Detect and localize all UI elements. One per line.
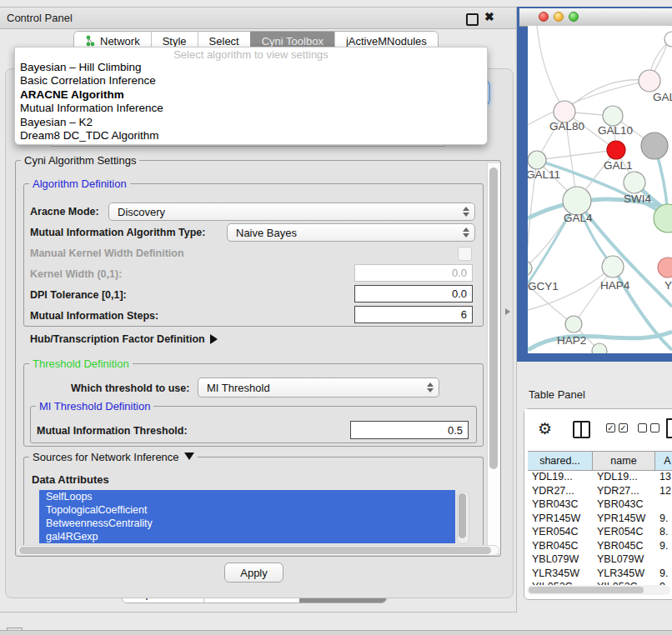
attribute-list-item[interactable]: gal4RGexp — [39, 530, 455, 543]
node-gal-partial[interactable] — [639, 70, 660, 92]
network-canvas[interactable]: GALGAL80GAL10GAL1GAL11SWI4GAL4GCY1HAP4YH… — [528, 26, 672, 353]
control-panel-titlebar: Control Panel ✖ — [0, 8, 516, 29]
table-row[interactable]: YBL079WYBL079W — [528, 552, 672, 567]
node-hap2[interactable] — [565, 316, 582, 332]
gear-icon[interactable]: ⚙ — [538, 419, 552, 438]
which-threshold-label: Which threshold to use: — [71, 382, 189, 394]
table-cell: YBR043C — [528, 498, 593, 512]
mi-steps-label: Mutual Information Steps: — [30, 310, 158, 322]
settings-horizontal-scrollbar[interactable] — [17, 545, 499, 556]
kernel-width-field[interactable]: 0.0 — [354, 264, 473, 282]
zoom-traffic-light-icon[interactable] — [569, 12, 579, 22]
mi-threshold-field[interactable]: 0.5 — [350, 421, 469, 439]
node-gal10[interactable] — [603, 106, 623, 126]
minimize-traffic-light-icon[interactable] — [554, 12, 564, 22]
algorithm-option[interactable]: Bayesian – K2 — [15, 116, 487, 129]
network-edge — [564, 80, 649, 112]
node-swi4[interactable] — [624, 172, 645, 193]
screen: Control Panel ✖ NetworkStyleSelectCyni T… — [0, 0, 672, 635]
algorithm-option[interactable]: Bayesian – Hill Climbing — [15, 61, 487, 74]
algorithm-popup-hint: Select algorithm to view settings — [15, 48, 487, 61]
aracne-mode-select[interactable]: Discovery — [108, 202, 475, 221]
table-row[interactable]: YBR043CYBR043C — [528, 498, 672, 512]
apply-button-label: Apply — [240, 567, 268, 579]
table-cell: 9. — [655, 512, 672, 526]
stepper-icon — [463, 207, 469, 217]
algorithm-option[interactable]: Mutual Information Inference — [15, 102, 487, 115]
table-cell: 8. — [655, 525, 672, 539]
table-cell: YDL19... — [528, 470, 593, 484]
hub-definition-toggle[interactable]: Hub/Transcription Factor Definition — [30, 333, 218, 345]
table-column-header[interactable]: A — [655, 452, 672, 470]
close-icon[interactable]: ✖ — [484, 10, 494, 23]
float-icon[interactable] — [466, 13, 479, 26]
table-cell: 13 — [655, 470, 672, 484]
table-cell: YDL19... — [593, 470, 655, 484]
table-header-row: shared...nameA — [528, 451, 672, 471]
algorithm-option[interactable]: ARACNE Algorithm — [15, 88, 487, 102]
apply-button[interactable]: Apply — [224, 562, 283, 582]
mi-type-select[interactable]: Naive Bayes — [227, 223, 475, 242]
tab-label: Network — [100, 35, 140, 48]
mi-type-label: Mutual Information Algorithm Type: — [30, 227, 205, 238]
table-column-header[interactable]: name — [593, 452, 655, 470]
node-salmon[interactable] — [658, 258, 672, 278]
tab-label: jActiveMNodules — [346, 35, 427, 48]
table-cell: YBR045C — [528, 539, 593, 553]
table-row[interactable]: YLR345WYLR345W9. — [528, 567, 672, 581]
attribute-list-item[interactable]: SelfLoops — [39, 490, 455, 503]
node-bottom-partial[interactable] — [592, 343, 607, 353]
node-gray[interactable] — [641, 132, 668, 159]
close-traffic-light-icon[interactable] — [539, 12, 549, 22]
table-row[interactable]: YBR045CYBR045C9. — [528, 539, 672, 553]
node-gcy1[interactable] — [528, 261, 532, 276]
dpi-tolerance-label: DPI Tolerance [0,1]: — [30, 289, 127, 301]
node-gal11[interactable] — [528, 151, 546, 169]
dpi-tolerance-field[interactable]: 0.0 — [354, 285, 473, 302]
mi-threshold-value: 0.5 — [448, 424, 463, 437]
node-hap4[interactable] — [602, 256, 624, 278]
manual-kernel-checkbox[interactable] — [458, 247, 472, 261]
bottom-window-edge — [0, 630, 672, 635]
node-salmon-label: Y — [664, 279, 672, 292]
network-window-titlebar[interactable] — [519, 8, 672, 27]
deselect-all-checks-icon[interactable] — [638, 423, 659, 432]
table-cell: YDR27... — [593, 484, 655, 498]
stepper-icon — [463, 228, 469, 238]
attribute-list-item[interactable]: TopologicalCoefficient — [39, 503, 455, 517]
mi-steps-field[interactable]: 6 — [354, 306, 473, 323]
sources-toggle[interactable]: Sources for Network Inference — [29, 451, 198, 463]
table-row[interactable]: YER054CYER054C8. — [528, 525, 672, 539]
node-gal10-label: GAL10 — [598, 124, 633, 137]
network-window[interactable]: GALGAL80GAL10GAL1GAL11SWI4GAL4GCY1HAP4YH… — [517, 7, 672, 362]
tab-label: Select — [209, 35, 239, 48]
expand-arrow-icon — [210, 334, 218, 344]
settings-vertical-scrollbar[interactable] — [487, 163, 500, 553]
select-all-checks-icon[interactable]: ✓✓ — [606, 423, 628, 432]
table-cell: 9. — [655, 567, 672, 581]
network-graph[interactable]: GALGAL80GAL10GAL1GAL11SWI4GAL4GCY1HAP4YH… — [528, 26, 672, 353]
attribute-list-scrollbar[interactable] — [457, 491, 469, 544]
which-threshold-select[interactable]: MI Threshold — [198, 378, 439, 398]
table-column-header[interactable]: shared... — [528, 452, 593, 470]
new-table-icon[interactable] — [666, 418, 672, 438]
table-row[interactable]: YPR145WYPR145W9. — [528, 512, 672, 526]
table-toolbar: ⚙ ✓✓ — [524, 409, 672, 449]
table-horizontal-scrollbar[interactable] — [527, 585, 670, 595]
panel-splitter-arrow[interactable] — [505, 308, 510, 315]
table-rows: YDL19...YDL19...13YDR27...YDR27...12YBR0… — [528, 470, 672, 585]
table-cell: YLR345W — [528, 567, 593, 581]
algorithm-option[interactable]: Dream8 DC_TDC Algorithm — [15, 129, 487, 142]
data-attributes-list[interactable]: SelfLoopsTopologicalCoefficientBetweenne… — [39, 490, 455, 543]
node-gal1[interactable] — [607, 141, 625, 159]
node-swi4-label: SWI4 — [624, 192, 651, 205]
node-gcy1-label: GCY1 — [528, 280, 559, 292]
node-gal4[interactable] — [563, 187, 591, 215]
table-cell — [655, 552, 672, 567]
table-row[interactable]: YDR27...YDR27...12 — [528, 484, 672, 498]
table-cell: 9. — [655, 539, 672, 553]
split-columns-icon[interactable] — [573, 421, 590, 438]
attribute-list-item[interactable]: BetweennessCentrality — [39, 517, 455, 530]
table-row[interactable]: YDL19...YDL19...13 — [528, 470, 672, 484]
algorithm-option[interactable]: Basic Correlation Inference — [15, 74, 487, 88]
